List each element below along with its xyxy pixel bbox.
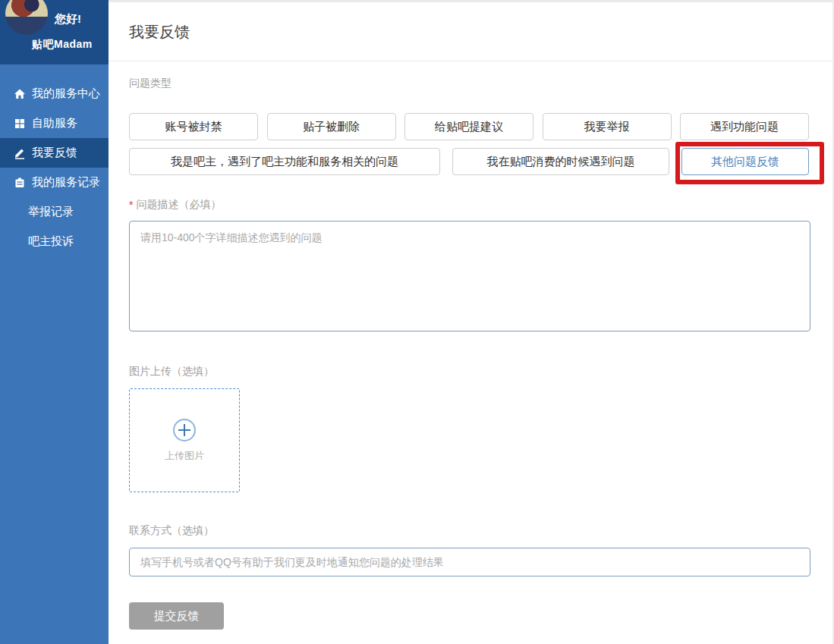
sidebar-item-self-service[interactable]: 自助服务 [0,108,109,138]
sidebar-item-moderator-complaint[interactable]: 吧主投诉 [0,227,109,256]
sidebar-item-service-center[interactable]: 我的服务中心 [0,79,109,108]
type-option-post-deleted[interactable]: 贴子被删除 [267,113,396,140]
grid-icon [14,118,26,130]
sidebar-item-report-records[interactable]: 举报记录 [0,197,109,227]
user-greeting: 您好! [55,12,81,27]
page-header: 我要反馈 [109,2,832,61]
feedback-form: 问题类型 账号被封禁 贴子被删除 给贴吧提建议 我要举报 遇到功能问题 我是吧主… [109,61,832,630]
type-option-purchase-problem[interactable]: 我在贴吧消费的时候遇到问题 [452,148,669,175]
type-option-suggestion[interactable]: 给贴吧提建议 [404,113,533,140]
upload-label: 图片上传（选填） [129,365,809,379]
description-label-row: * 问题描述（必填） [129,198,809,212]
upload-image-button[interactable]: 上传图片 [129,388,240,492]
sidebar: 您好! 贴吧Madam 我的服务中心 自助服务 我要反馈 我的服务记录 [0,0,109,644]
user-name: 贴吧Madam [32,38,93,52]
description-textarea[interactable] [129,221,810,331]
type-option-account-banned[interactable]: 账号被封禁 [129,113,258,140]
required-asterisk: * [129,199,133,211]
plus-circle-icon [173,419,196,441]
contact-label: 联系方式（选填） [129,524,809,538]
type-option-function-problem[interactable]: 遇到功能问题 [680,113,809,140]
problem-type-row-1: 账号被封禁 贴子被删除 给贴吧提建议 我要举报 遇到功能问题 [129,113,809,140]
description-label: 问题描述（必填） [136,198,221,212]
clipboard-icon [14,177,26,189]
sidebar-item-label: 我要反馈 [32,146,77,160]
avatar[interactable] [5,0,48,35]
home-icon [14,88,26,100]
type-option-moderator-problem[interactable]: 我是吧主，遇到了吧主功能和服务相关的问题 [129,148,440,175]
sidebar-item-label: 我的服务中心 [32,86,100,101]
problem-type-row-2: 我是吧主，遇到了吧主功能和服务相关的问题 我在贴吧消费的时候遇到问题 其他问题反… [129,148,809,175]
upload-button-text: 上传图片 [165,449,204,463]
sidebar-item-service-records[interactable]: 我的服务记录 [0,168,109,197]
problem-type-label: 问题类型 [129,77,809,90]
main-panel: 我要反馈 问题类型 账号被封禁 贴子被删除 给贴吧提建议 我要举报 遇到功能问题… [109,0,834,644]
type-option-other-feedback[interactable]: 其他问题反馈 [681,148,809,175]
sidebar-item-feedback[interactable]: 我要反馈 [0,138,109,168]
page-title: 我要反馈 [129,22,810,42]
user-panel: 您好! 贴吧Madam [0,0,109,64]
contact-input[interactable] [129,548,810,576]
sidebar-nav: 我的服务中心 自助服务 我要反馈 我的服务记录 举报记录 吧主投诉 [0,79,109,256]
sidebar-item-label: 自助服务 [32,116,77,130]
sidebar-item-label: 我的服务记录 [32,175,100,190]
sidebar-item-label: 举报记录 [28,205,74,219]
sidebar-item-label: 吧主投诉 [28,234,74,249]
type-option-report[interactable]: 我要举报 [543,113,672,140]
submit-feedback-button[interactable]: 提交反馈 [129,602,224,630]
pencil-icon [14,147,26,159]
